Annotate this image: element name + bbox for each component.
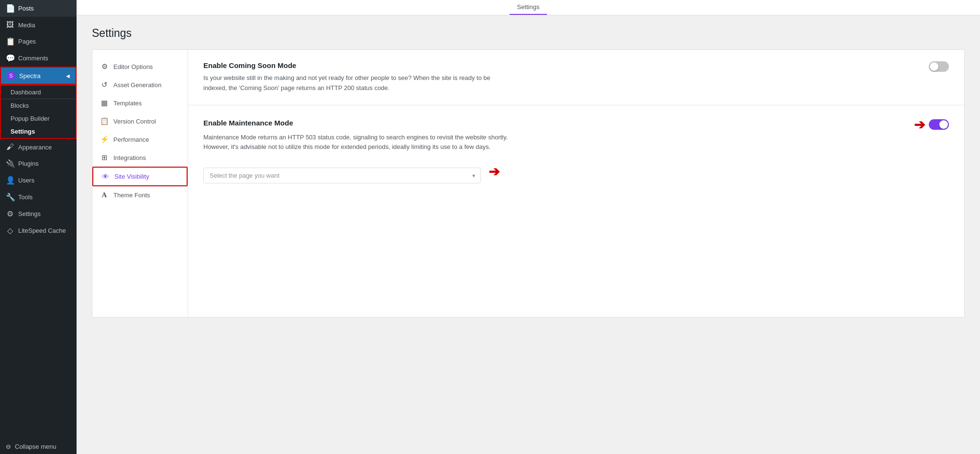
sidebar-item-appearance[interactable]: 🖌 Appearance [0,139,77,155]
nav-item-integrations[interactable]: ⊞ Integrations [92,148,188,167]
toggle-thumb-on [939,120,948,129]
main-content: Settings Settings ⚙ Editor Options ↺ Ass… [77,0,980,454]
sidebar-label-comments: Comments [18,55,48,62]
maintenance-mode-title: Enable Maintenance Mode [203,119,293,127]
page-select-dropdown[interactable]: Select the page you want [203,168,481,183]
collapse-label: Collapse menu [15,443,56,450]
coming-soon-header: Enable Coming Soon Mode Is your website … [203,61,949,93]
sidebar-item-plugins[interactable]: 🔌 Plugins [0,155,77,172]
settings-icon: ⚙ [6,209,14,218]
appearance-icon: 🖌 [6,143,14,151]
sidebar-item-settings-sub[interactable]: Settings [1,125,76,138]
page-dropdown-wrapper: Select the page you want ▾ [203,168,481,183]
sidebar-item-tools[interactable]: 🔧 Tools [0,189,77,205]
sidebar: 📄 Posts 🖼 Media 📋 Pages 💬 Comments S Spe… [0,0,77,454]
coming-soon-section: Enable Coming Soon Mode Is your website … [188,50,964,105]
sidebar-item-pages[interactable]: 📋 Pages [0,33,77,50]
sidebar-item-posts[interactable]: 📄 Posts [0,0,77,17]
maintenance-mode-desc: Maintenance Mode returns an HTTP 503 sta… [203,133,510,153]
sidebar-label-settings: Settings [18,210,41,217]
version-control-icon: 📋 [100,117,109,125]
sidebar-item-blocks[interactable]: Blocks [1,99,76,112]
pages-icon: 📋 [6,37,14,46]
page-title: Settings [92,27,965,40]
sidebar-label-posts: Posts [18,5,34,12]
nav-item-performance[interactable]: ⚡ Performance [92,130,188,148]
users-icon: 👤 [6,176,14,185]
litespeed-icon: ◇ [6,226,14,235]
sidebar-label-appearance: Appearance [18,144,52,151]
nav-item-theme-fonts[interactable]: A Theme Fonts [92,186,188,204]
sidebar-label-spectra: Spectra [19,72,41,79]
nav-item-site-visibility[interactable]: 👁 Site Visibility [92,167,188,186]
sidebar-label-litespeed: LiteSpeed Cache [18,227,66,234]
tools-icon: 🔧 [6,193,14,202]
sidebar-item-popup-builder[interactable]: Popup Builder [1,112,76,125]
sidebar-label-pages: Pages [18,38,36,45]
top-bar: Settings [77,0,980,15]
maintenance-mode-section: Enable Maintenance Mode ➔ [188,105,964,195]
sidebar-item-dashboard[interactable]: Dashboard [1,86,76,99]
media-icon: 🖼 [6,21,14,29]
toggle-thumb-off [930,62,938,71]
nav-item-editor-options[interactable]: ⚙ Editor Options [92,57,188,76]
collapse-icon: ⊖ [6,443,11,450]
spectra-icon: S [7,71,15,80]
sidebar-label-users: Users [18,177,34,184]
nav-item-version-control[interactable]: 📋 Version Control [92,112,188,130]
sidebar-item-media[interactable]: 🖼 Media [0,17,77,33]
performance-icon: ⚡ [100,135,109,144]
asset-generation-icon: ↺ [100,80,109,89]
plugins-icon: 🔌 [6,159,14,168]
chevron-icon: ◀ [66,73,70,79]
content-body: Settings ⚙ Editor Options ↺ Asset Genera… [77,15,980,454]
top-bar-tab: Settings [510,0,547,15]
settings-panel: Enable Coming Soon Mode Is your website … [188,50,964,317]
arrow-right-indicator: ➔ [914,117,925,133]
theme-fonts-icon: A [100,191,109,199]
arrow-left-indicator: ➔ [489,164,500,180]
maintenance-mode-header: Enable Maintenance Mode ➔ [203,117,949,184]
maintenance-mode-toggle[interactable] [929,119,949,130]
coming-soon-toggle[interactable] [929,61,949,72]
integrations-icon: ⊞ [100,153,109,162]
sidebar-label-media: Media [18,22,35,29]
nav-item-templates[interactable]: ▦ Templates [92,94,188,112]
settings-card: ⚙ Editor Options ↺ Asset Generation ▦ Te… [92,49,965,318]
sidebar-item-spectra[interactable]: S Spectra ◀ [0,67,77,85]
templates-icon: ▦ [100,99,109,107]
site-visibility-icon: 👁 [101,172,110,181]
sidebar-item-litespeed[interactable]: ◇ LiteSpeed Cache [0,222,77,239]
sidebar-item-settings[interactable]: ⚙ Settings [0,205,77,222]
spectra-submenu: Dashboard Blocks Popup Builder Settings [0,85,77,139]
sidebar-item-users[interactable]: 👤 Users [0,172,77,189]
editor-options-icon: ⚙ [100,62,109,71]
sidebar-label-plugins: Plugins [18,160,39,167]
sidebar-label-tools: Tools [18,193,33,201]
coming-soon-desc: Is your website still in the making and … [203,73,510,93]
coming-soon-title: Enable Coming Soon Mode [203,61,510,69]
posts-icon: 📄 [6,4,14,13]
nav-item-asset-generation[interactable]: ↺ Asset Generation [92,76,188,94]
page-select-row: Select the page you want ▾ ➔ [203,160,949,183]
sidebar-item-comments[interactable]: 💬 Comments [0,50,77,67]
comments-icon: 💬 [6,54,14,63]
settings-nav: ⚙ Editor Options ↺ Asset Generation ▦ Te… [92,50,188,317]
collapse-menu[interactable]: ⊖ Collapse menu [0,439,77,454]
